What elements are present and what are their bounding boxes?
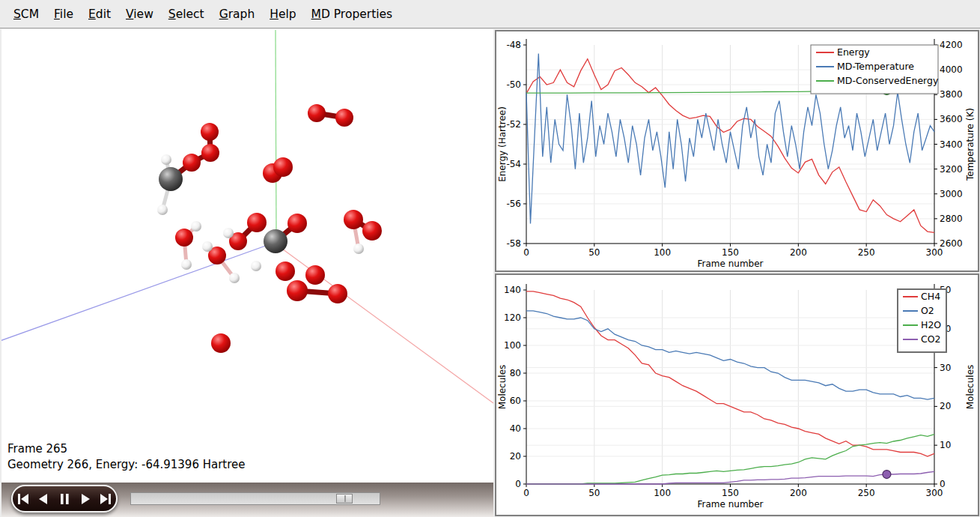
tick-label: 2800 <box>940 214 963 224</box>
geometry-energy-label: Geometry 266, Energy: -64.91396 Hartree <box>7 457 246 473</box>
atom-H[interactable] <box>229 273 240 283</box>
atom-O[interactable] <box>175 229 193 247</box>
menu-item-help[interactable]: Help <box>262 7 303 21</box>
atom-O[interactable] <box>362 221 382 241</box>
atom-O[interactable] <box>276 261 295 281</box>
chart-canvas[interactable]: 0501001502002503000204060801001201400102… <box>496 275 978 515</box>
atom-O[interactable] <box>335 109 353 127</box>
atom-H[interactable] <box>191 221 201 232</box>
skip-start-button[interactable] <box>15 491 31 507</box>
atom-H[interactable] <box>157 205 168 215</box>
menu-item-edit[interactable]: Edit <box>81 7 118 21</box>
menu-item-view[interactable]: View <box>118 7 161 21</box>
chart-canvas[interactable]: 050100150200250300-48-50-52-54-56-582600… <box>496 31 978 270</box>
playback-controls <box>11 485 118 513</box>
atom-C[interactable] <box>264 229 287 253</box>
menu-item-scm[interactable]: SCM <box>6 7 46 21</box>
tick-label: 60 <box>510 396 521 406</box>
energy-temperature-chart[interactable]: 050100150200250300-48-50-52-54-56-582600… <box>495 30 979 272</box>
legend-label: CH4 <box>921 291 940 302</box>
tick-label: -50 <box>506 79 521 90</box>
tick-label: 4000 <box>940 64 963 75</box>
atom-H[interactable] <box>161 154 171 165</box>
tick-label: 0 <box>515 479 521 489</box>
play-button[interactable] <box>77 491 94 507</box>
atom-O[interactable] <box>273 157 293 177</box>
tick-label: 40 <box>510 423 521 434</box>
tick-label: 80 <box>510 368 521 378</box>
frame-slider-handle[interactable] <box>336 494 353 504</box>
tick-label: -54 <box>506 159 521 169</box>
atom-O[interactable] <box>247 213 267 232</box>
pause-button[interactable] <box>56 491 73 507</box>
legend-label: MD-ConservedEnergy <box>837 75 939 86</box>
frame-slider[interactable] <box>130 492 380 505</box>
atom-O[interactable] <box>201 144 219 162</box>
tick-label: 0 <box>523 247 529 258</box>
tick-label: 140 <box>504 285 521 295</box>
skip-end-button[interactable] <box>97 491 114 507</box>
legend-label: O2 <box>921 305 934 316</box>
atom-O[interactable] <box>344 210 363 229</box>
tick-label: 150 <box>722 488 739 498</box>
x-axis-title: Frame number <box>697 499 763 510</box>
tick-label: 3000 <box>940 189 963 199</box>
skip-start-icon <box>16 492 31 507</box>
legend-label: MD-Temperature <box>837 61 914 72</box>
y-axis-green <box>276 30 276 232</box>
molecule-count-chart[interactable]: 0501001502002503000204060801001201400102… <box>495 273 979 516</box>
atom-O[interactable] <box>308 104 326 122</box>
atom-O[interactable] <box>328 284 347 303</box>
tick-label: 4200 <box>940 40 963 50</box>
tick-label: -48 <box>506 40 521 50</box>
molecule-viewport[interactable] <box>1 29 493 483</box>
play-icon <box>78 492 93 507</box>
playback-bar <box>1 483 493 517</box>
tick-label: -58 <box>506 238 521 249</box>
x-axis-blue <box>1 243 274 341</box>
tick-label: 150 <box>722 247 739 258</box>
tick-label: 2600 <box>940 238 963 249</box>
atom-O[interactable] <box>287 214 307 233</box>
frame-number-label: Frame 265 <box>7 441 246 457</box>
right-axis-title: Temperature (K) <box>965 108 976 181</box>
atom-H[interactable] <box>202 241 213 252</box>
tick-label: 100 <box>654 247 671 258</box>
tick-label: 30 <box>940 363 951 373</box>
tick-label: 300 <box>926 247 943 258</box>
legend-label: Energy <box>837 46 870 58</box>
menu-item-graph[interactable]: Graph <box>212 7 263 21</box>
legend-label: CO2 <box>921 333 941 345</box>
atom-H[interactable] <box>353 244 364 254</box>
left-axis-title: Molecules <box>497 365 508 410</box>
tick-label: 200 <box>790 247 807 258</box>
atom-O[interactable] <box>287 280 308 301</box>
menu-item-select[interactable]: Select <box>161 7 212 21</box>
step-back-icon <box>36 492 51 507</box>
tick-label: 120 <box>504 312 521 323</box>
atom-O[interactable] <box>183 154 201 172</box>
atom-H[interactable] <box>223 228 234 238</box>
menubar: SCMFileEditViewSelectGraphHelpMD Propert… <box>0 0 980 28</box>
atom-O[interactable] <box>305 265 325 285</box>
atom-C[interactable] <box>159 167 183 191</box>
atom-O[interactable] <box>201 123 219 141</box>
atom-O[interactable] <box>211 333 231 353</box>
step-back-button[interactable] <box>35 491 52 507</box>
skip-end-icon <box>98 492 113 507</box>
tick-label: 10 <box>940 440 951 450</box>
x-axis-title: Frame number <box>697 258 763 269</box>
menu-item-file[interactable]: File <box>46 7 81 21</box>
tick-label: 20 <box>940 401 951 411</box>
tick-label: 0 <box>940 479 946 489</box>
tick-label: 50 <box>588 488 600 498</box>
tick-label: -56 <box>506 199 521 209</box>
tick-label: 0 <box>523 488 529 498</box>
pause-icon <box>57 492 72 507</box>
atom-H[interactable] <box>181 259 192 270</box>
molecule-viewer-panel <box>1 29 493 483</box>
tick-label: 3800 <box>940 89 963 100</box>
tick-label: 20 <box>510 451 521 462</box>
menu-item-md-properties[interactable]: MD Properties <box>304 7 401 21</box>
atom-H[interactable] <box>251 261 261 271</box>
